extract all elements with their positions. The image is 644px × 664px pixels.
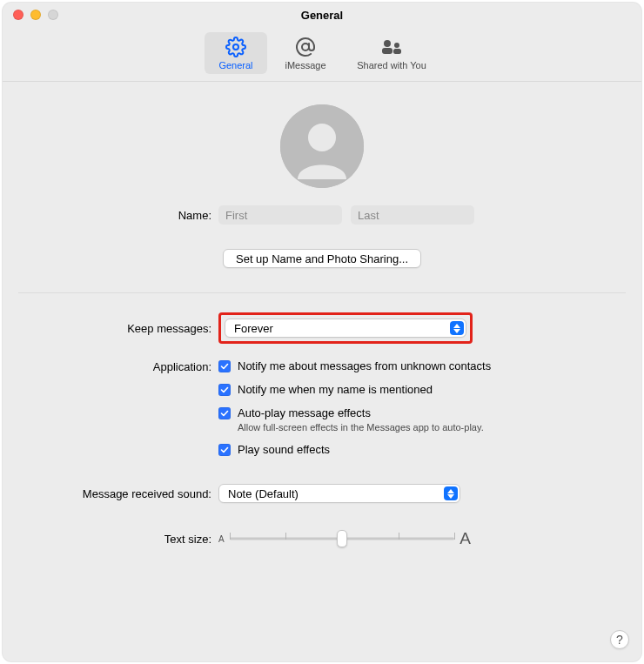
tab-general-label: General [218, 60, 252, 70]
checkmark-icon [220, 446, 229, 454]
tab-imessage-label: iMessage [285, 60, 325, 70]
keep-messages-value: Forever [234, 322, 273, 335]
tab-imessage[interactable]: iMessage [274, 32, 337, 74]
checkmark-icon [220, 386, 229, 394]
sound-select[interactable]: Note (Default) [218, 484, 460, 503]
slider-tick [399, 533, 399, 540]
sound-value: Note (Default) [228, 487, 299, 500]
notify-mention-checkbox[interactable] [218, 384, 231, 396]
select-arrows-icon [450, 321, 464, 335]
autoplay-effects-subtext: Allow full-screen effects in the Message… [238, 422, 484, 433]
sound-label: Message received sound: [3, 487, 218, 500]
textsize-small-a: A [218, 534, 225, 544]
toolbar-tabs: General iMessage Shared with You [3, 27, 641, 82]
help-button[interactable]: ? [610, 630, 629, 649]
slider-tick [454, 533, 455, 540]
autoplay-effects-label: Auto-play message effects [238, 406, 484, 419]
notify-unknown-label: Notify me about messages from unknown co… [238, 359, 491, 372]
section-divider [18, 292, 626, 293]
select-arrows-icon [444, 486, 458, 500]
textsize-slider[interactable] [230, 531, 455, 547]
slider-tick [285, 533, 286, 540]
autoplay-effects-checkbox[interactable] [218, 407, 231, 419]
play-sound-label: Play sound effects [238, 443, 330, 456]
slider-tick [230, 533, 231, 540]
svg-point-1 [302, 44, 309, 50]
svg-point-4 [394, 43, 399, 48]
window-title: General [3, 9, 641, 22]
preferences-window: General General iMessage [3, 3, 641, 661]
person-icon [280, 104, 364, 188]
keep-messages-select[interactable]: Forever [225, 319, 466, 338]
at-icon [295, 36, 316, 58]
last-name-input[interactable] [351, 205, 474, 225]
svg-point-0 [233, 44, 238, 50]
play-sound-checkbox[interactable] [218, 444, 231, 456]
keep-messages-highlight: Forever [218, 312, 473, 344]
textsize-label: Text size: [3, 533, 218, 546]
first-name-input[interactable] [218, 205, 342, 225]
titlebar: General [3, 3, 641, 27]
keep-messages-label: Keep messages: [3, 322, 218, 335]
name-label: Name: [3, 209, 218, 222]
notify-unknown-checkbox[interactable] [218, 360, 231, 372]
checkmark-icon [220, 362, 229, 371]
svg-point-2 [384, 40, 391, 47]
svg-point-7 [308, 124, 336, 151]
svg-rect-3 [382, 48, 392, 54]
tab-shared-with-you[interactable]: Shared with You [344, 32, 439, 74]
textsize-big-a: A [460, 529, 471, 548]
notify-mention-label: Notify me when my name is mentioned [238, 383, 433, 396]
content-area: Name: Set up Name and Photo Sharing... K… [3, 82, 641, 548]
tab-general[interactable]: General [205, 32, 267, 74]
slider-thumb[interactable] [337, 530, 347, 547]
checkmark-icon [220, 409, 229, 418]
application-label: Application: [3, 359, 218, 373]
setup-sharing-button[interactable]: Set up Name and Photo Sharing... [223, 249, 421, 268]
tab-shared-label: Shared with You [357, 60, 426, 70]
people-icon [380, 36, 403, 58]
svg-rect-5 [393, 49, 401, 54]
profile-avatar[interactable] [280, 104, 364, 188]
gear-icon [225, 36, 246, 58]
